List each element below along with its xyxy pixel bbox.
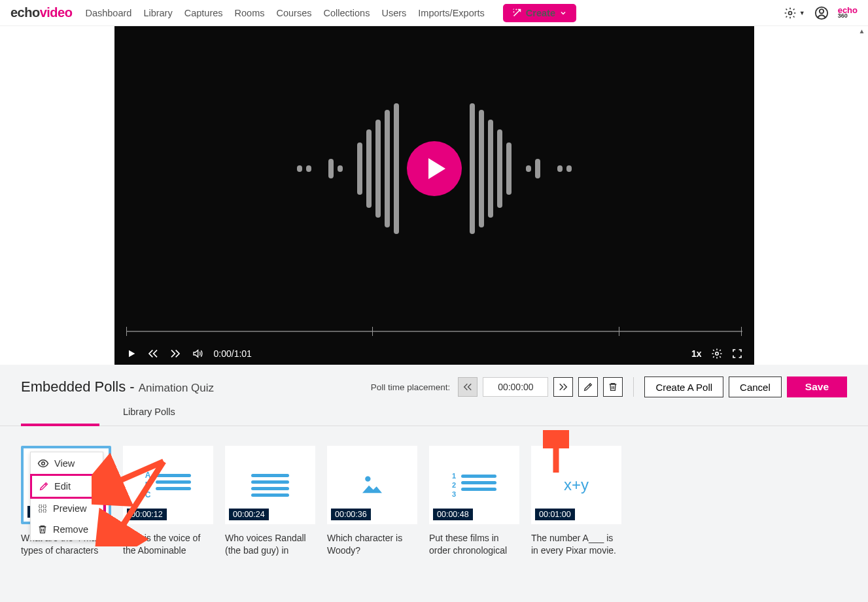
nav-dashboard[interactable]: Dashboard bbox=[85, 8, 131, 18]
poll-cards: 00:00:00 ••• What are the 4 main types o… bbox=[0, 426, 868, 577]
create-poll-button[interactable]: Create A Poll bbox=[644, 376, 723, 397]
tabs: Library Polls bbox=[0, 407, 868, 426]
poll-card-caption: Who voices Randall (the bad guy) in bbox=[225, 532, 315, 557]
player-gear-icon[interactable] bbox=[711, 348, 723, 360]
video-player: 0:00/1:01 1x 0 bbox=[114, 26, 754, 365]
timestamp-badge: 00:00:12 bbox=[127, 509, 167, 520]
poll-card-thumb[interactable]: 00:00:36 bbox=[327, 446, 417, 524]
preview-icon bbox=[37, 503, 48, 514]
placement-label: Poll time placement: bbox=[371, 382, 451, 392]
delete-poll-button[interactable] bbox=[603, 377, 623, 397]
poll-card: 123 00:00:48 Put these films in order ch… bbox=[429, 446, 519, 557]
wand-icon bbox=[512, 8, 522, 18]
volume-icon[interactable] bbox=[192, 348, 203, 359]
panel-title-b: Animation Quiz bbox=[139, 382, 214, 394]
ctx-view[interactable]: View bbox=[31, 452, 103, 475]
step-forward-button[interactable] bbox=[553, 377, 573, 397]
create-button[interactable]: Create bbox=[503, 4, 576, 22]
pencil-icon bbox=[583, 382, 593, 392]
waveform-play bbox=[297, 103, 572, 234]
svg-point-3 bbox=[715, 352, 718, 356]
tab-library-polls[interactable]: Library Polls bbox=[123, 407, 175, 417]
ctx-remove[interactable]: Remove bbox=[31, 519, 103, 540]
poll-card-thumb[interactable]: 00:00:24 bbox=[225, 446, 315, 524]
poll-card-thumb[interactable]: ABC 00:00:12 bbox=[123, 446, 213, 524]
nav-rooms[interactable]: Rooms bbox=[235, 8, 265, 18]
rewind-icon[interactable] bbox=[147, 348, 159, 359]
panel-title-a: Embedded Polls - bbox=[21, 378, 139, 395]
nav-library[interactable]: Library bbox=[143, 8, 172, 18]
user-icon[interactable] bbox=[814, 6, 829, 20]
logo[interactable]: echovideo bbox=[10, 5, 72, 20]
chevron-down-icon bbox=[559, 9, 567, 17]
echo360-logo[interactable]: echo 360 bbox=[838, 7, 858, 19]
timestamp-badge: 00:01:00 bbox=[535, 509, 575, 520]
trash-icon bbox=[608, 382, 618, 392]
nav-captures[interactable]: Captures bbox=[184, 8, 223, 18]
nav-courses[interactable]: Courses bbox=[276, 8, 311, 18]
poll-card-caption: Who is the voice of the Abominable bbox=[123, 532, 213, 557]
cancel-button[interactable]: Cancel bbox=[729, 376, 782, 397]
timestamp-badge: 00:00:48 bbox=[433, 509, 473, 520]
poll-card-thumb[interactable]: 123 00:00:48 bbox=[429, 446, 519, 524]
time-value: 00:00:00 bbox=[498, 382, 534, 392]
timestamp-badge: 00:00:36 bbox=[331, 509, 371, 520]
step-forward-icon bbox=[557, 382, 569, 392]
play-icon bbox=[428, 158, 445, 179]
trash-icon bbox=[37, 524, 48, 535]
nav-items: Dashboard Library Captures Rooms Courses… bbox=[85, 4, 576, 22]
eye-icon bbox=[37, 458, 49, 469]
save-button[interactable]: Save bbox=[787, 376, 847, 397]
play-button[interactable] bbox=[407, 141, 462, 196]
pencil-icon bbox=[39, 481, 49, 492]
ordered-list-icon: 123 bbox=[452, 471, 496, 499]
lower-panel: Embedded Polls - Animation Quiz Poll tim… bbox=[0, 365, 868, 602]
ctx-view-label: View bbox=[54, 458, 75, 469]
svg-point-5 bbox=[42, 462, 45, 465]
timeline[interactable] bbox=[126, 324, 742, 337]
image-question-icon bbox=[356, 471, 388, 499]
svg-point-0 bbox=[788, 11, 791, 14]
panel-header: Embedded Polls - Animation Quiz Poll tim… bbox=[0, 376, 868, 407]
nav-users[interactable]: Users bbox=[381, 8, 406, 18]
topnav-right: ▼ echo 360 bbox=[784, 6, 858, 20]
divider bbox=[633, 377, 634, 397]
edit-poll-button[interactable] bbox=[578, 377, 598, 397]
poll-card-caption: Put these films in order chronological bbox=[429, 532, 519, 557]
step-back-button[interactable] bbox=[458, 377, 477, 397]
nav-collections[interactable]: Collections bbox=[323, 8, 370, 18]
gear-icon[interactable] bbox=[784, 7, 797, 20]
poll-card: ABC 00:00:12 Who is the voice of the Abo… bbox=[123, 446, 213, 557]
poll-card: 00:00:24 Who voices Randall (the bad guy… bbox=[225, 446, 315, 557]
time-display: 0:00/1:01 bbox=[214, 348, 252, 359]
poll-card: x+y 00:01:00 The number A___ is in every… bbox=[531, 446, 621, 557]
ctx-preview[interactable]: Preview bbox=[31, 498, 103, 519]
player-controls: 0:00/1:01 1x bbox=[126, 348, 742, 360]
short-answer-icon bbox=[251, 471, 289, 500]
tab-underline bbox=[21, 424, 99, 426]
poll-card-thumb[interactable]: x+y 00:01:00 bbox=[531, 446, 621, 524]
logo-text-a: echo bbox=[10, 5, 40, 20]
ctx-preview-label: Preview bbox=[53, 503, 87, 514]
scroll-up-icon[interactable]: ▲ bbox=[857, 27, 867, 35]
poll-controls: Poll time placement: 00:00:00 Create A P… bbox=[371, 376, 847, 397]
svg-point-2 bbox=[819, 9, 823, 13]
step-back-icon bbox=[462, 382, 474, 392]
svg-point-4 bbox=[365, 476, 370, 481]
poll-card-caption: The number A___ is in every Pixar movie. bbox=[531, 532, 621, 557]
time-input[interactable]: 00:00:00 bbox=[483, 377, 548, 397]
play-small-icon[interactable] bbox=[126, 348, 137, 359]
nav-imports-exports[interactable]: Imports/Exports bbox=[418, 8, 485, 18]
top-nav: echovideo Dashboard Library Captures Roo… bbox=[0, 0, 868, 26]
fullscreen-icon[interactable] bbox=[732, 348, 742, 359]
content-frame: ▲ ▼ bbox=[0, 26, 868, 602]
forward-icon[interactable] bbox=[169, 348, 181, 359]
create-label: Create bbox=[526, 8, 555, 18]
card-context-menu: View Edit Preview Remove bbox=[30, 452, 103, 541]
ctx-edit[interactable]: Edit bbox=[30, 474, 103, 499]
numeric-icon: x+y bbox=[564, 476, 589, 494]
ctx-remove-label: Remove bbox=[53, 524, 88, 535]
multiple-choice-icon: ABC bbox=[145, 471, 192, 500]
speed-display[interactable]: 1x bbox=[691, 348, 702, 359]
timestamp-badge: 00:00:24 bbox=[229, 509, 269, 520]
